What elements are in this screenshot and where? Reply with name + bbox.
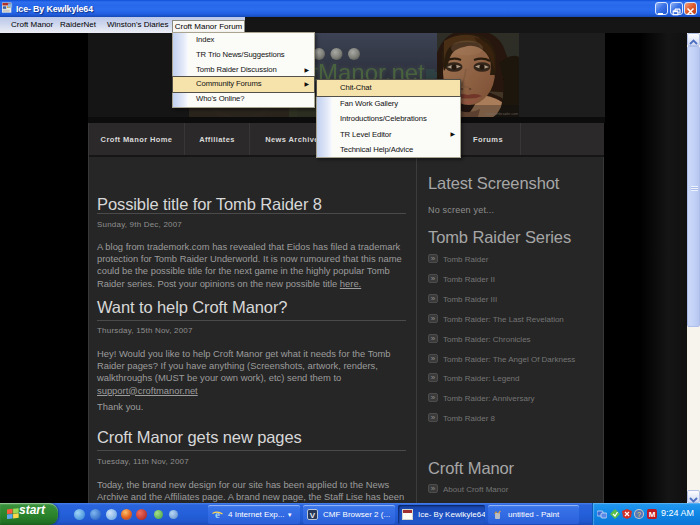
svg-text:?: ? [637, 511, 641, 518]
svg-text:e: e [215, 509, 220, 520]
svg-text:V: V [310, 511, 316, 520]
svg-text:M: M [649, 510, 656, 519]
